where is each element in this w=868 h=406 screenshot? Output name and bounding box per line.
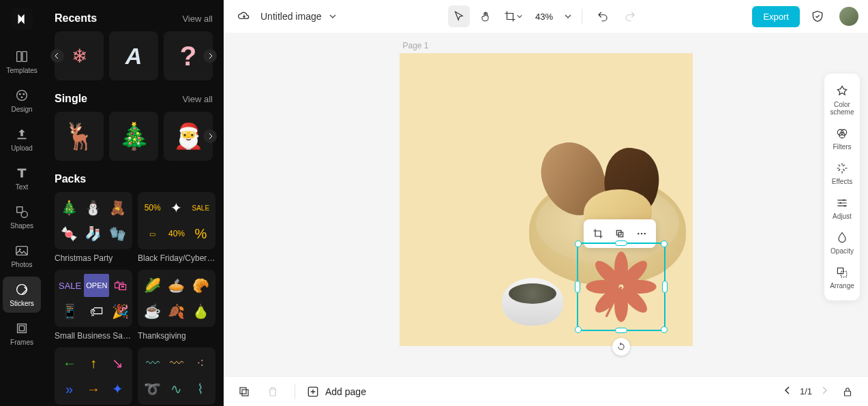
pack-thanksgiving-label: Thanksgiving [138, 331, 215, 341]
user-avatar[interactable] [839, 7, 858, 26]
svg-point-7 [21, 211, 27, 217]
prev-page[interactable] [783, 386, 792, 396]
svg-point-3 [19, 93, 21, 95]
left-nav-rail: Templates Design Upload Text Shapes Phot… [0, 0, 44, 406]
svg-point-30 [843, 200, 845, 202]
app-logo[interactable] [11, 8, 33, 30]
resize-handle-br[interactable] [661, 326, 668, 333]
pack-thanksgiving[interactable]: 🌽🥧🥐☕🍂🍐 [138, 270, 215, 327]
nav-templates-label: Templates [6, 67, 38, 74]
lock-icon[interactable] [837, 381, 858, 403]
single-title: Single [55, 93, 87, 105]
dock-opacity[interactable]: Opacity [824, 225, 860, 260]
svg-rect-1 [23, 52, 27, 62]
add-page-button[interactable]: Add page [306, 385, 366, 399]
select-tool[interactable] [448, 5, 470, 27]
recents-prev[interactable] [50, 49, 64, 63]
svg-rect-12 [19, 326, 24, 330]
nav-text[interactable]: Text [3, 160, 41, 196]
resize-handle-tl[interactable] [575, 240, 582, 247]
nav-photos-label: Photos [11, 261, 32, 268]
resize-handle-b[interactable] [615, 328, 627, 333]
recents-view-all[interactable]: View all [182, 14, 213, 24]
dock-adjust[interactable]: Adjust [824, 191, 860, 225]
crop-icon[interactable] [588, 223, 608, 244]
svg-rect-11 [18, 324, 27, 333]
svg-rect-6 [17, 207, 23, 213]
stickers-panel: Recents View all ❄ A ? Single View all 🦌… [44, 0, 224, 406]
undo-button[interactable] [592, 5, 614, 27]
page-label: Page 1 [403, 41, 429, 50]
recents-next[interactable] [203, 49, 217, 63]
page-counter: 1/1 [800, 386, 812, 396]
leaf-sticker-graphic [584, 249, 659, 324]
layers-icon[interactable] [233, 381, 255, 403]
hand-tool[interactable] [475, 5, 497, 27]
single-next[interactable] [203, 129, 217, 143]
single-view-all[interactable]: View all [182, 94, 213, 104]
pack-christmas-label: Christmas Party [55, 253, 132, 263]
dock-color-scheme[interactable]: Color scheme [824, 79, 860, 121]
svg-point-4 [23, 93, 25, 95]
pack-smallbiz[interactable]: SALEOPEN🛍📱🏷🎉 [55, 270, 132, 327]
recent-sticker-letter-a[interactable]: A [109, 31, 158, 80]
pack-doodles[interactable]: 〰〰⁖➰∿⌇ [138, 347, 215, 405]
nav-frames[interactable]: Frames [3, 315, 41, 352]
crop-tool[interactable] [503, 5, 524, 27]
right-properties-dock: Color scheme Filters Effects Adjust Opac… [824, 74, 860, 300]
svg-point-32 [844, 205, 846, 207]
page-1[interactable] [400, 53, 693, 346]
pack-arrows[interactable]: ←↑↘»→✦ [55, 347, 132, 405]
pack-smallbiz-label: Small Business Saturd... [55, 331, 132, 341]
dock-arrange[interactable]: Arrange [824, 260, 860, 295]
resize-handle-tr[interactable] [661, 240, 668, 247]
rotate-handle[interactable] [612, 338, 630, 356]
nav-design[interactable]: Design [3, 82, 41, 119]
chevron-down-icon[interactable] [329, 12, 337, 20]
zoom-chevron-icon[interactable] [564, 12, 572, 20]
nav-upload[interactable]: Upload [3, 121, 41, 157]
document-title[interactable]: Untitled image [260, 11, 322, 22]
dock-effects[interactable]: Effects [824, 156, 860, 191]
nav-stickers[interactable]: Stickers [3, 277, 41, 313]
more-icon[interactable] [631, 223, 652, 244]
zoom-level[interactable]: 43% [535, 12, 553, 22]
nav-text-label: Text [16, 183, 28, 191]
shield-icon[interactable] [807, 5, 828, 27]
export-button[interactable]: Export [752, 6, 800, 27]
svg-rect-38 [845, 391, 851, 396]
selected-leaf-sticker[interactable] [577, 243, 665, 331]
svg-rect-0 [17, 52, 21, 62]
svg-point-5 [21, 96, 23, 98]
nav-templates[interactable]: Templates [3, 44, 41, 80]
single-sticker-reindeer[interactable]: 🦌 [55, 112, 104, 161]
pack-christmas[interactable]: 🎄⛄🧸🍬🧦🧤 [55, 192, 132, 249]
packs-title: Packs [55, 173, 86, 185]
svg-point-31 [839, 202, 841, 204]
nav-shapes[interactable]: Shapes [3, 199, 41, 235]
single-sticker-tree[interactable]: 🎄 [109, 112, 158, 161]
redo-button[interactable] [619, 5, 641, 27]
resize-handle-l[interactable] [575, 281, 580, 293]
next-page[interactable] [820, 386, 828, 396]
nav-upload-label: Upload [11, 144, 33, 152]
svg-rect-35 [240, 388, 246, 394]
bottombar: Add page 1/1 [224, 376, 868, 406]
cloud-sync-icon[interactable] [233, 5, 255, 27]
resize-handle-bl[interactable] [575, 326, 582, 333]
resize-handle-r[interactable] [662, 281, 668, 293]
svg-point-10 [17, 285, 27, 295]
svg-rect-13 [616, 230, 621, 235]
dock-filters[interactable]: Filters [824, 121, 860, 156]
svg-point-16 [640, 233, 642, 234]
svg-rect-14 [618, 232, 623, 237]
pack-blackfriday[interactable]: 50%✦SALE▭40%% [138, 192, 215, 249]
nav-design-label: Design [11, 106, 32, 113]
delete-icon[interactable] [262, 381, 284, 403]
nav-photos[interactable]: Photos [3, 238, 41, 274]
svg-point-2 [17, 91, 27, 101]
resize-handle-t[interactable] [615, 240, 627, 246]
canvas[interactable]: Page 1 [224, 33, 868, 376]
svg-point-15 [638, 233, 639, 234]
nav-frames-label: Frames [10, 339, 33, 346]
